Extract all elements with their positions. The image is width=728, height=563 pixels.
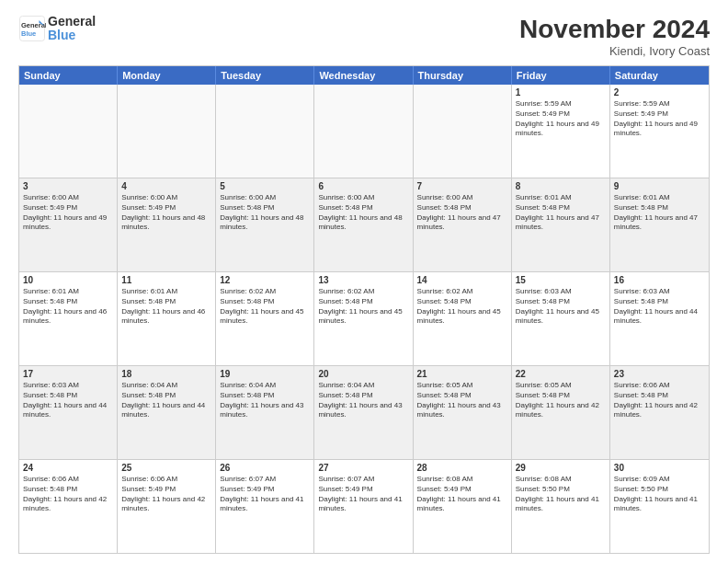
- cell-info-1-0: Sunrise: 6:00 AM Sunset: 5:49 PM Dayligh…: [23, 193, 113, 233]
- cal-cell-3-0: 17Sunrise: 6:03 AM Sunset: 5:48 PM Dayli…: [19, 366, 118, 459]
- cell-info-1-6: Sunrise: 6:01 AM Sunset: 5:48 PM Dayligh…: [614, 193, 705, 233]
- cal-cell-2-2: 12Sunrise: 6:02 AM Sunset: 5:48 PM Dayli…: [216, 272, 314, 365]
- cal-cell-1-3: 6Sunrise: 6:00 AM Sunset: 5:48 PM Daylig…: [314, 178, 413, 271]
- logo: General Blue General Blue: [18, 15, 96, 43]
- day-num-4-5: 29: [516, 463, 606, 473]
- cell-info-0-6: Sunrise: 5:59 AM Sunset: 5:49 PM Dayligh…: [614, 99, 705, 139]
- cal-cell-1-2: 5Sunrise: 6:00 AM Sunset: 5:48 PM Daylig…: [216, 178, 314, 271]
- cal-cell-0-1: [118, 85, 216, 178]
- cal-cell-3-1: 18Sunrise: 6:04 AM Sunset: 5:48 PM Dayli…: [118, 366, 216, 459]
- cell-info-1-4: Sunrise: 6:00 AM Sunset: 5:48 PM Dayligh…: [417, 193, 507, 233]
- day-num-4-4: 28: [417, 463, 507, 473]
- cell-info-3-3: Sunrise: 6:04 AM Sunset: 5:48 PM Dayligh…: [318, 381, 408, 420]
- cal-cell-4-1: 25Sunrise: 6:06 AM Sunset: 5:49 PM Dayli…: [118, 460, 216, 553]
- day-num-1-4: 7: [417, 181, 507, 191]
- cell-info-4-2: Sunrise: 6:07 AM Sunset: 5:49 PM Dayligh…: [220, 475, 310, 514]
- cell-info-4-5: Sunrise: 6:08 AM Sunset: 5:50 PM Dayligh…: [516, 475, 606, 514]
- cell-info-1-3: Sunrise: 6:00 AM Sunset: 5:48 PM Dayligh…: [318, 193, 408, 233]
- cell-info-4-3: Sunrise: 6:07 AM Sunset: 5:49 PM Dayligh…: [318, 475, 408, 514]
- day-num-2-3: 13: [318, 275, 408, 285]
- day-num-3-6: 23: [614, 369, 705, 379]
- day-num-4-3: 27: [318, 463, 408, 473]
- calendar: Sunday Monday Tuesday Wednesday Thursday…: [18, 65, 710, 554]
- cal-cell-4-4: 28Sunrise: 6:08 AM Sunset: 5:49 PM Dayli…: [414, 460, 512, 553]
- cell-info-2-1: Sunrise: 6:01 AM Sunset: 5:48 PM Dayligh…: [121, 287, 211, 327]
- week-row-2: 10Sunrise: 6:01 AM Sunset: 5:48 PM Dayli…: [19, 271, 709, 365]
- cell-info-2-6: Sunrise: 6:03 AM Sunset: 5:48 PM Dayligh…: [614, 287, 705, 327]
- header-sunday: Sunday: [19, 66, 118, 85]
- week-row-4: 24Sunrise: 6:06 AM Sunset: 5:48 PM Dayli…: [19, 459, 709, 553]
- cell-info-2-4: Sunrise: 6:02 AM Sunset: 5:48 PM Dayligh…: [417, 287, 507, 327]
- day-num-1-1: 4: [121, 181, 211, 191]
- week-row-0: 1Sunrise: 5:59 AM Sunset: 5:49 PM Daylig…: [19, 85, 709, 178]
- header-wednesday: Wednesday: [314, 66, 413, 85]
- cal-cell-1-0: 3Sunrise: 6:00 AM Sunset: 5:49 PM Daylig…: [19, 178, 118, 271]
- svg-text:General: General: [21, 21, 46, 29]
- cell-info-3-4: Sunrise: 6:05 AM Sunset: 5:48 PM Dayligh…: [417, 381, 507, 420]
- cal-cell-3-6: 23Sunrise: 6:06 AM Sunset: 5:48 PM Dayli…: [610, 366, 709, 459]
- cell-info-2-5: Sunrise: 6:03 AM Sunset: 5:48 PM Dayligh…: [516, 287, 606, 327]
- cal-cell-1-1: 4Sunrise: 6:00 AM Sunset: 5:49 PM Daylig…: [118, 178, 216, 271]
- svg-text:Blue: Blue: [21, 29, 36, 38]
- cal-cell-0-4: [414, 85, 512, 178]
- cal-cell-0-5: 1Sunrise: 5:59 AM Sunset: 5:49 PM Daylig…: [512, 85, 610, 178]
- cell-info-1-5: Sunrise: 6:01 AM Sunset: 5:48 PM Dayligh…: [516, 193, 606, 233]
- cal-cell-1-5: 8Sunrise: 6:01 AM Sunset: 5:48 PM Daylig…: [512, 178, 610, 271]
- header-thursday: Thursday: [414, 66, 512, 85]
- day-num-1-5: 8: [516, 181, 606, 191]
- cell-info-2-3: Sunrise: 6:02 AM Sunset: 5:48 PM Dayligh…: [318, 287, 408, 327]
- title-block: November 2024 Kiendi, Ivory Coast: [519, 15, 710, 58]
- cell-info-4-6: Sunrise: 6:09 AM Sunset: 5:50 PM Dayligh…: [614, 475, 705, 514]
- day-num-0-6: 2: [614, 87, 705, 98]
- cal-cell-4-6: 30Sunrise: 6:09 AM Sunset: 5:50 PM Dayli…: [610, 460, 709, 553]
- day-num-2-1: 11: [121, 275, 211, 285]
- day-num-2-5: 15: [516, 275, 606, 285]
- page: General Blue General Blue November 2024 …: [0, 0, 728, 563]
- day-num-3-2: 19: [220, 369, 310, 379]
- cell-info-1-1: Sunrise: 6:00 AM Sunset: 5:49 PM Dayligh…: [121, 193, 211, 233]
- cal-cell-4-5: 29Sunrise: 6:08 AM Sunset: 5:50 PM Dayli…: [512, 460, 610, 553]
- cell-info-3-5: Sunrise: 6:05 AM Sunset: 5:48 PM Dayligh…: [516, 381, 606, 420]
- day-num-2-6: 16: [614, 275, 705, 285]
- day-num-3-3: 20: [318, 369, 408, 379]
- cal-cell-0-6: 2Sunrise: 5:59 AM Sunset: 5:49 PM Daylig…: [610, 85, 709, 178]
- logo-line1: General: [48, 15, 96, 29]
- cell-info-3-6: Sunrise: 6:06 AM Sunset: 5:48 PM Dayligh…: [614, 381, 705, 420]
- cal-cell-3-4: 21Sunrise: 6:05 AM Sunset: 5:48 PM Dayli…: [414, 366, 512, 459]
- cal-cell-0-3: [314, 85, 413, 178]
- day-num-1-3: 6: [318, 181, 408, 191]
- cell-info-3-2: Sunrise: 6:04 AM Sunset: 5:48 PM Dayligh…: [220, 381, 310, 420]
- day-num-1-2: 5: [220, 181, 310, 191]
- day-num-3-0: 17: [23, 369, 113, 379]
- cal-cell-0-0: [19, 85, 118, 178]
- logo-line2: Blue: [48, 29, 96, 42]
- day-num-4-2: 26: [220, 463, 310, 473]
- day-num-2-2: 12: [220, 275, 310, 285]
- cell-info-4-1: Sunrise: 6:06 AM Sunset: 5:49 PM Dayligh…: [121, 475, 211, 514]
- day-num-4-0: 24: [23, 463, 113, 473]
- day-num-2-4: 14: [417, 275, 507, 285]
- cell-info-4-4: Sunrise: 6:08 AM Sunset: 5:49 PM Dayligh…: [417, 475, 507, 514]
- cal-cell-0-2: [216, 85, 314, 178]
- calendar-body: 1Sunrise: 5:59 AM Sunset: 5:49 PM Daylig…: [19, 85, 709, 553]
- cell-info-1-2: Sunrise: 6:00 AM Sunset: 5:48 PM Dayligh…: [220, 193, 310, 233]
- cal-cell-2-3: 13Sunrise: 6:02 AM Sunset: 5:48 PM Dayli…: [314, 272, 413, 365]
- cal-cell-2-6: 16Sunrise: 6:03 AM Sunset: 5:48 PM Dayli…: [610, 272, 709, 365]
- week-row-3: 17Sunrise: 6:03 AM Sunset: 5:48 PM Dayli…: [19, 365, 709, 459]
- cell-info-2-0: Sunrise: 6:01 AM Sunset: 5:48 PM Dayligh…: [23, 287, 113, 327]
- cal-cell-2-1: 11Sunrise: 6:01 AM Sunset: 5:48 PM Dayli…: [118, 272, 216, 365]
- week-row-1: 3Sunrise: 6:00 AM Sunset: 5:49 PM Daylig…: [19, 178, 709, 271]
- day-num-1-6: 9: [614, 181, 705, 191]
- cal-cell-3-2: 19Sunrise: 6:04 AM Sunset: 5:48 PM Dayli…: [216, 366, 314, 459]
- day-num-4-1: 25: [121, 463, 211, 473]
- cal-cell-1-4: 7Sunrise: 6:00 AM Sunset: 5:48 PM Daylig…: [414, 178, 512, 271]
- calendar-header: Sunday Monday Tuesday Wednesday Thursday…: [19, 66, 709, 85]
- cal-cell-2-5: 15Sunrise: 6:03 AM Sunset: 5:48 PM Dayli…: [512, 272, 610, 365]
- month-title: November 2024: [519, 15, 710, 44]
- cell-info-0-5: Sunrise: 5:59 AM Sunset: 5:49 PM Dayligh…: [516, 99, 606, 139]
- day-num-0-5: 1: [516, 87, 606, 98]
- location: Kiendi, Ivory Coast: [519, 44, 710, 58]
- header-saturday: Saturday: [610, 66, 709, 85]
- cal-cell-2-4: 14Sunrise: 6:02 AM Sunset: 5:48 PM Dayli…: [414, 272, 512, 365]
- cal-cell-4-0: 24Sunrise: 6:06 AM Sunset: 5:48 PM Dayli…: [19, 460, 118, 553]
